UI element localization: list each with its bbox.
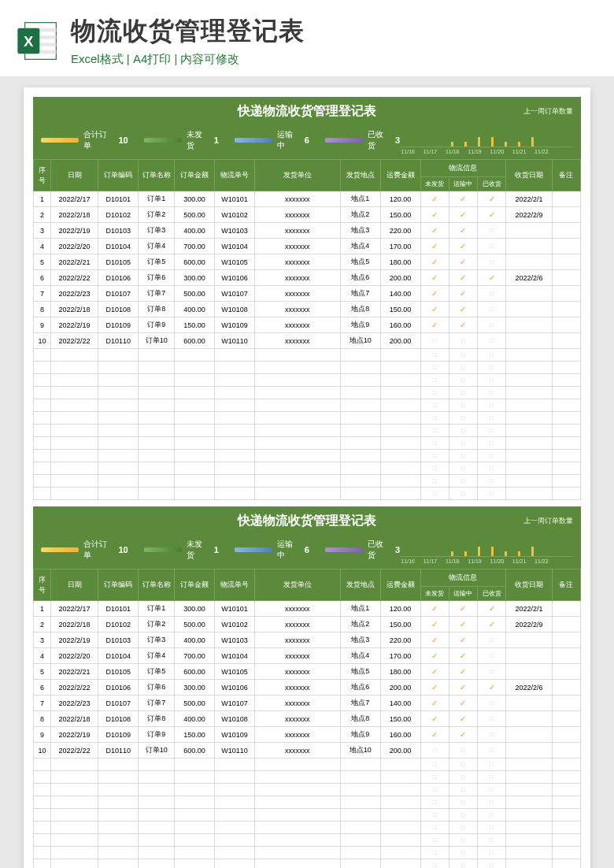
data-table: 序号 日期 订单编码 订单名称 订单金额 物流单号 发货单位 发货地点 运费金额… <box>33 159 581 500</box>
svg-text:X: X <box>24 33 34 50</box>
table-row-empty: □□□ <box>34 349 581 362</box>
table-row-empty: □□□ <box>34 771 581 784</box>
table-row: 52022/2/21D10105订单5 600.00W10105xxxxxxx地… <box>34 664 581 680</box>
table-row: 102022/2/22D10110订单10 600.00W10110xxxxxx… <box>34 743 581 759</box>
table-row: 72022/2/23D10107订单7 500.00W10107xxxxxxx地… <box>34 286 581 302</box>
summary-transit: 运输中6 <box>235 129 309 151</box>
page-subtitle: Excel格式 | A4打印 | 内容可修改 <box>71 52 598 67</box>
page-title: 物流收货管理登记表 <box>71 14 598 49</box>
summary-total: 合计订单10 <box>41 539 128 561</box>
table-row-empty: □□□ <box>34 450 581 462</box>
summary-unshipped: 未发货1 <box>144 129 219 151</box>
chart-title: 上一周订单数量 <box>479 106 573 117</box>
table-row: 62022/2/22D10106订单6 300.00W10106xxxxxxx地… <box>34 680 581 696</box>
table-row: 92022/2/19D10109订单9 150.00W10109xxxxxxx地… <box>34 727 581 743</box>
table-row: 32022/2/19D10103订单3 400.00W10103xxxxxxx地… <box>34 632 581 648</box>
sheet-title: 快递物流收货管理登记表 <box>135 513 479 529</box>
table-row-empty: □□□ <box>34 462 581 475</box>
spreadsheet-sheet: 快递物流收货管理登记表 上一周订单数量 合计订单10 未发货1 运输中6 已收货… <box>33 506 581 868</box>
excel-icon: X <box>16 19 60 63</box>
banner: X 物流收货管理登记表 Excel格式 | A4打印 | 内容可修改 <box>0 0 614 76</box>
table-row-empty: □□□ <box>34 822 581 834</box>
table-row: 12022/2/17D10101订单1 300.00W10101xxxxxxx地… <box>34 191 581 207</box>
summary-received: 已收货3 <box>325 539 400 561</box>
table-row-empty: □□□ <box>34 412 581 425</box>
summary-unshipped: 未发货1 <box>144 539 219 561</box>
chart-title: 上一周订单数量 <box>479 516 573 526</box>
table-row-empty: □□□ <box>34 759 581 771</box>
table-row: 22022/2/18D10102订单2 500.00W10102xxxxxxx地… <box>34 207 581 223</box>
summary-received: 已收货3 <box>325 129 400 151</box>
table-row: 52022/2/21D10105订单5 600.00W10105xxxxxxx地… <box>34 254 581 270</box>
table-row-empty: □□□ <box>34 374 581 387</box>
summary-total: 合计订单10 <box>41 129 128 151</box>
table-row-empty: □□□ <box>34 784 581 796</box>
table-row-empty: □□□ <box>34 847 581 859</box>
table-row-empty: □□□ <box>34 809 581 822</box>
data-table: 序号 日期 订单编码 订单名称 订单金额 物流单号 发货单位 发货地点 运费金额… <box>33 569 581 868</box>
table-row: 22022/2/18D10102订单2 500.00W10102xxxxxxx地… <box>34 617 581 632</box>
table-row-empty: □□□ <box>34 796 581 809</box>
table-row: 62022/2/22D10106订单6 300.00W10106xxxxxxx地… <box>34 270 581 286</box>
table-row-empty: □□□ <box>34 425 581 437</box>
table-row: 92022/2/19D10109订单9 150.00W10109xxxxxxx地… <box>34 317 581 333</box>
table-row-empty: □□□ <box>34 475 581 488</box>
table-row: 102022/2/22D10110订单10 600.00W10110xxxxxx… <box>34 333 581 349</box>
table-row: 82022/2/18D10108订单8 400.00W10108xxxxxxx地… <box>34 711 581 727</box>
table-row-empty: □□□ <box>34 859 581 869</box>
table-row: 82022/2/18D10108订单8 400.00W10108xxxxxxx地… <box>34 302 581 317</box>
table-row-empty: □□□ <box>34 362 581 374</box>
table-row: 42022/2/20D10104订单4 700.00W10104xxxxxxx地… <box>34 239 581 254</box>
table-row: 42022/2/20D10104订单4 700.00W10104xxxxxxx地… <box>34 648 581 664</box>
spreadsheet-sheet: 快递物流收货管理登记表 上一周订单数量 合计订单10 未发货1 运输中6 已收货… <box>33 97 581 500</box>
table-row-empty: □□□ <box>34 399 581 412</box>
table-row-empty: □□□ <box>34 834 581 847</box>
table-row-empty: □□□ <box>34 387 581 399</box>
mini-chart: 11/1611/1711/1811/1911/2011/2111/22 <box>400 128 573 154</box>
table-row-empty: □□□ <box>34 437 581 450</box>
sheet-title: 快递物流收货管理登记表 <box>135 103 479 120</box>
table-row: 32022/2/19D10103订单3 400.00W10103xxxxxxx地… <box>34 223 581 239</box>
table-row: 12022/2/17D10101订单1 300.00W10101xxxxxxx地… <box>34 601 581 617</box>
mini-chart: 11/1611/1711/1811/1911/2011/2111/22 <box>400 538 573 564</box>
summary-transit: 运输中6 <box>235 539 309 561</box>
table-row: 72022/2/23D10107订单7 500.00W10107xxxxxxx地… <box>34 696 581 711</box>
document-page: 快递物流收货管理登记表 上一周订单数量 合计订单10 未发货1 运输中6 已收货… <box>24 87 590 868</box>
table-row-empty: □□□ <box>34 488 581 500</box>
